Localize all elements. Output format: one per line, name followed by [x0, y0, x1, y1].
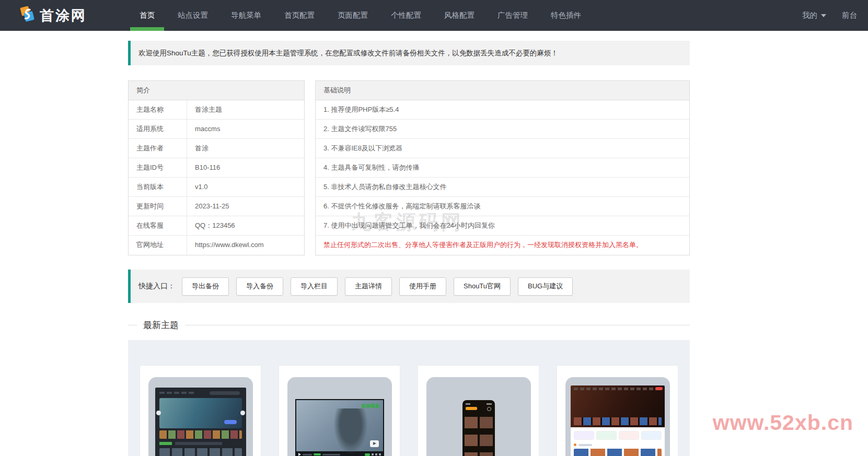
frontend-label: 前台 [842, 10, 857, 20]
control-dot [375, 453, 377, 455]
latest-themes-heading: 最新主题 [128, 319, 690, 331]
mock-phone-frame [462, 400, 495, 456]
table-row: 更新时间 2023-11-25 [129, 197, 304, 216]
section-title-text: 最新主题 [137, 319, 185, 331]
note-row: 3. 不兼容IE8及以下浏览器 [316, 139, 689, 158]
table-row: 主题作者 首涂 [129, 139, 304, 158]
intro-table-title: 简介 [129, 81, 304, 100]
note-row: 5. 非技术人员请勿私自修改主题核心文件 [316, 178, 689, 197]
theme-thumbnail-video-player: 首涂模板 [287, 377, 392, 456]
mock-navbar [159, 391, 242, 395]
mock-status-bar [466, 403, 492, 405]
table-row: 当前版本 v1.0 [129, 178, 304, 197]
theme-thumbnail-mobile-app [426, 377, 531, 456]
theme-thumbnail-light-site [565, 377, 670, 456]
mock-video-screen: 首涂模板 [295, 399, 384, 451]
note-row: 1. 推荐使用PHP版本≥5.4 [316, 100, 689, 120]
table-row: 主题名称 首涂主题 [129, 100, 304, 120]
note-row: 2. 主题文件读写权限755 [316, 120, 689, 139]
progress-segment [314, 453, 321, 455]
nav-item-homepage-config[interactable]: 首页配置 [273, 0, 326, 31]
nav-item-site-settings[interactable]: 站点设置 [166, 0, 219, 31]
main-nav: 首页 站点设置 导航菜单 首页配置 页面配置 个性配置 风格配置 广告管理 特色… [128, 0, 593, 31]
nav-item-home[interactable]: 首页 [128, 0, 166, 31]
note-row: 4. 主题具备可复制性，请勿传播 [316, 158, 689, 178]
mock-app-header [466, 407, 492, 411]
mock-red-badge [655, 387, 663, 390]
official-site-url[interactable]: https://www.dkewl.com [187, 236, 264, 255]
watermark-corner: www.52xb.cn [713, 411, 853, 435]
notes-table-title: 基础说明 [316, 81, 689, 100]
quick-entry-label: 快捷入口： [138, 282, 175, 291]
theme-card-4[interactable] [557, 365, 678, 456]
mock-poster-strip [159, 430, 242, 439]
note-row: 6. 不提供个性化修改服务，高端定制请联系客服洽谈 [316, 197, 689, 216]
quick-entry-bar: 快捷入口： 导出备份 导入备份 导入栏目 主题详情 使用手册 ShouTu官网 … [128, 270, 690, 303]
info-tables: 简介 主题名称 首涂主题 适用系统 maccms 主题作者 首涂 主题ID号 B… [128, 80, 690, 255]
import-backup-button[interactable]: 导入备份 [236, 277, 283, 296]
intro-table: 简介 主题名称 首涂主题 适用系统 maccms 主题作者 首涂 主题ID号 B… [128, 80, 305, 255]
user-manual-button[interactable]: 使用手册 [399, 277, 446, 296]
license-warning: 禁止任何形式的二次出售、分享他人等侵害作者及正版用户的行为，一经发现取消授权资格… [316, 236, 689, 255]
mock-poster-grid [159, 448, 242, 456]
nav-item-style-config[interactable]: 风格配置 [433, 0, 486, 31]
table-row-official-site: 官网地址 https://www.dkewl.com [129, 236, 304, 255]
chevron-down-icon [821, 14, 826, 17]
nav-item-nav-menu[interactable]: 导航菜单 [219, 0, 273, 31]
nav-item-personal-config[interactable]: 个性配置 [379, 0, 433, 31]
theme-card-3[interactable] [418, 365, 539, 456]
welcome-banner: 欢迎使用ShouTu主题，您已获得授权使用本主题管理系统，在您配置或修改文件前请… [128, 41, 690, 65]
bug-suggestion-button[interactable]: BUG与建议 [518, 277, 573, 296]
divider-line [128, 325, 137, 325]
control-segment [303, 454, 312, 455]
import-columns-button[interactable]: 导入栏目 [291, 277, 338, 296]
mock-tab-bar [159, 442, 242, 445]
video-overlay-text: 首涂模板 [361, 403, 380, 410]
table-row: 适用系统 maccms [129, 120, 304, 139]
mock-section-label [571, 442, 665, 446]
theme-card-2[interactable]: 首涂模板 [279, 365, 400, 456]
control-dot [379, 453, 381, 455]
mock-thumb-grid [465, 413, 493, 456]
play-icon [298, 453, 301, 456]
mock-thumb-row [574, 449, 662, 456]
nav-item-featured-plugins[interactable]: 特色插件 [539, 0, 593, 31]
note-row: 7. 使用中出现问题请提交工单，我们会在24小时内回复你 [316, 216, 689, 236]
logo-text: 首涂网 [40, 6, 87, 25]
nav-item-ad-management[interactable]: 广告管理 [486, 0, 539, 31]
table-row: 在线客服 QQ：123456 [129, 216, 304, 236]
mock-hero-banner [571, 385, 665, 427]
main-content: 欢迎使用ShouTu主题，您已获得授权使用本主题管理系统，在您配置或修改文件前请… [128, 41, 690, 456]
table-row: 主题ID号 B10-116 [129, 158, 304, 178]
notes-table: 基础说明 1. 推荐使用PHP版本≥5.4 2. 主题文件读写权限755 3. … [315, 80, 690, 255]
play-button-icon [370, 440, 379, 447]
control-dot [372, 453, 374, 455]
theme-thumbnail-dark-movie-site [148, 377, 253, 456]
navbar-right: 我的 前台 [802, 10, 857, 20]
frontend-link[interactable]: 前台 [842, 10, 857, 20]
mock-category-chips [571, 427, 665, 442]
theme-details-button[interactable]: 主题详情 [345, 277, 392, 296]
top-navbar: 首涂网 首页 站点设置 导航菜单 首页配置 页面配置 个性配置 风格配置 广告管… [0, 0, 868, 31]
export-backup-button[interactable]: 导出备份 [182, 277, 229, 296]
divider-line [185, 325, 690, 325]
logo-icon [19, 6, 35, 25]
theme-card-1[interactable] [140, 365, 261, 456]
latest-themes-panel: 首涂模板 [128, 340, 690, 456]
nav-item-page-config[interactable]: 页面配置 [326, 0, 379, 31]
my-account-menu[interactable]: 我的 [802, 10, 826, 20]
shoutu-site-button[interactable]: ShouTu官网 [454, 277, 511, 296]
mock-hero-carousel [159, 398, 242, 428]
logo[interactable]: 首涂网 [19, 6, 128, 25]
control-segment [322, 454, 340, 455]
my-account-label: 我的 [802, 10, 817, 20]
control-button [365, 453, 370, 456]
